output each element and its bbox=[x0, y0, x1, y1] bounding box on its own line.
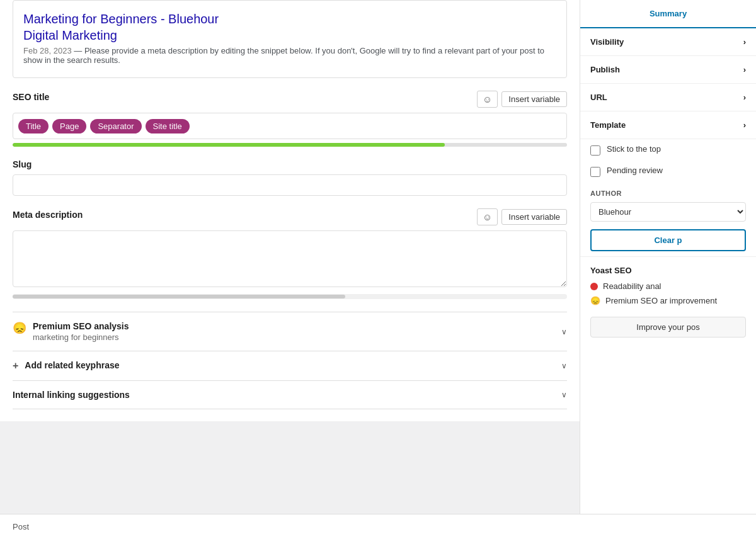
plus-icon: + bbox=[13, 360, 18, 372]
sidebar-url-label[interactable]: URL › bbox=[580, 84, 756, 111]
stick-to-top-checkbox[interactable] bbox=[590, 145, 600, 156]
sidebar: Summary Visibility › Publish › URL › bbox=[580, 0, 756, 539]
scrollbar-thumb bbox=[13, 295, 345, 298]
sidebar-section-url: URL › bbox=[580, 84, 756, 111]
scrollbar[interactable] bbox=[13, 294, 567, 299]
sidebar-template-label[interactable]: Template › bbox=[580, 111, 756, 139]
add-keyphrase-section: + Add related keyphrase ∨ bbox=[13, 351, 567, 381]
progress-fill bbox=[13, 143, 445, 147]
premium-seo-sad-icon: 😞 bbox=[590, 296, 600, 305]
seo-title-section: SEO title ☺ Insert variable Title Page S… bbox=[13, 91, 567, 147]
author-select[interactable]: Bluehour bbox=[590, 202, 746, 222]
preview-meta: Feb 28, 2023 — Please provide a meta des… bbox=[23, 46, 556, 65]
publish-chevron: › bbox=[743, 65, 746, 74]
meta-desc-actions: ☺ Insert variable bbox=[477, 208, 567, 225]
internal-linking-chevron: ∨ bbox=[561, 390, 567, 399]
visibility-chevron: › bbox=[743, 37, 746, 47]
sidebar-section-template: Template › bbox=[580, 111, 756, 139]
premium-seo-icon: 😞 bbox=[13, 321, 26, 335]
seo-title-label: SEO title bbox=[13, 92, 49, 102]
yoast-premium-seo: 😞 Premium SEO ar improvement bbox=[590, 296, 746, 305]
preview-title-line1[interactable]: Marketing for Beginners - Bluehour Digit… bbox=[23, 11, 556, 43]
add-keyphrase-chevron: ∨ bbox=[561, 361, 567, 370]
readability-dot bbox=[590, 283, 598, 290]
slug-section: Slug bbox=[13, 159, 567, 196]
premium-seo-text: Premium SEO ar improvement bbox=[605, 296, 717, 305]
tag-separator[interactable]: Separator bbox=[90, 119, 141, 133]
tag-site-title[interactable]: Site title bbox=[146, 119, 190, 133]
sidebar-visibility-label[interactable]: Visibility › bbox=[580, 28, 756, 55]
slug-label: Slug bbox=[13, 159, 567, 169]
meta-description-section: Meta description ☺ Insert variable bbox=[13, 208, 567, 299]
premium-seo-subtitle: marketing for beginners bbox=[33, 332, 129, 342]
premium-seo-title: Premium SEO analysis bbox=[33, 321, 129, 331]
yoast-readability: Readability anal bbox=[590, 281, 746, 291]
add-keyphrase-header[interactable]: + Add related keyphrase ∨ bbox=[13, 351, 567, 380]
premium-seo-chevron: ∨ bbox=[561, 327, 567, 336]
sidebar-section-publish: Publish › bbox=[580, 56, 756, 84]
slug-input[interactable] bbox=[13, 174, 567, 196]
pending-review-row: Pending review bbox=[580, 161, 756, 182]
pending-review-checkbox[interactable] bbox=[590, 167, 600, 177]
internal-linking-title: Internal linking suggestions bbox=[13, 390, 130, 400]
add-keyphrase-title-group: + Add related keyphrase bbox=[13, 360, 120, 372]
stick-to-top-label: Stick to the top bbox=[607, 144, 661, 154]
premium-seo-header[interactable]: 😞 Premium SEO analysis marketing for beg… bbox=[13, 312, 567, 351]
sidebar-tab-bar: Summary bbox=[580, 0, 756, 28]
meta-insert-variable-button[interactable]: Insert variable bbox=[501, 209, 567, 225]
seo-progress-bar bbox=[13, 143, 567, 147]
tab-summary[interactable]: Summary bbox=[580, 0, 756, 28]
sidebar-publish-label[interactable]: Publish › bbox=[580, 56, 756, 83]
insert-variable-button[interactable]: Insert variable bbox=[501, 91, 567, 107]
template-chevron: › bbox=[743, 120, 746, 130]
premium-seo-title-group: 😞 Premium SEO analysis marketing for beg… bbox=[13, 321, 129, 342]
internal-linking-header[interactable]: Internal linking suggestions ∨ bbox=[13, 381, 567, 409]
seo-title-actions: ☺ Insert variable bbox=[477, 91, 567, 108]
url-chevron: › bbox=[743, 93, 746, 102]
meta-description-label: Meta description bbox=[13, 210, 83, 220]
status-label: Post bbox=[13, 522, 29, 531]
add-keyphrase-title: Add related keyphrase bbox=[25, 360, 119, 370]
internal-linking-section: Internal linking suggestions ∨ bbox=[13, 380, 567, 409]
yoast-seo-section: Yoast SEO Readability anal 😞 Premium SEO… bbox=[580, 256, 756, 346]
yoast-title: Yoast SEO bbox=[590, 266, 746, 275]
premium-seo-section: 😞 Premium SEO analysis marketing for beg… bbox=[13, 312, 567, 351]
seo-title-field[interactable]: Title Page Separator Site title bbox=[13, 113, 567, 139]
seo-title-header: SEO title ☺ Insert variable bbox=[13, 91, 567, 108]
preview-card: Marketing for Beginners - Bluehour Digit… bbox=[13, 0, 567, 78]
author-section: AUTHOR Bluehour Clear p bbox=[580, 182, 756, 256]
status-bar: Post bbox=[0, 514, 756, 539]
meta-description-input[interactable] bbox=[13, 230, 567, 287]
stick-to-top-row: Stick to the top bbox=[580, 139, 756, 161]
emoji-button[interactable]: ☺ bbox=[477, 91, 498, 108]
tag-title[interactable]: Title bbox=[18, 119, 49, 133]
sidebar-section-visibility: Visibility › bbox=[580, 28, 756, 56]
author-label: AUTHOR bbox=[580, 182, 756, 200]
meta-description-header: Meta description ☺ Insert variable bbox=[13, 208, 567, 225]
readability-text: Readability anal bbox=[603, 281, 662, 291]
pending-review-label: Pending review bbox=[607, 166, 663, 175]
improve-button[interactable]: Improve your pos bbox=[590, 317, 746, 338]
meta-emoji-button[interactable]: ☺ bbox=[477, 208, 498, 225]
tag-page[interactable]: Page bbox=[52, 119, 86, 133]
clear-button[interactable]: Clear p bbox=[590, 229, 746, 251]
